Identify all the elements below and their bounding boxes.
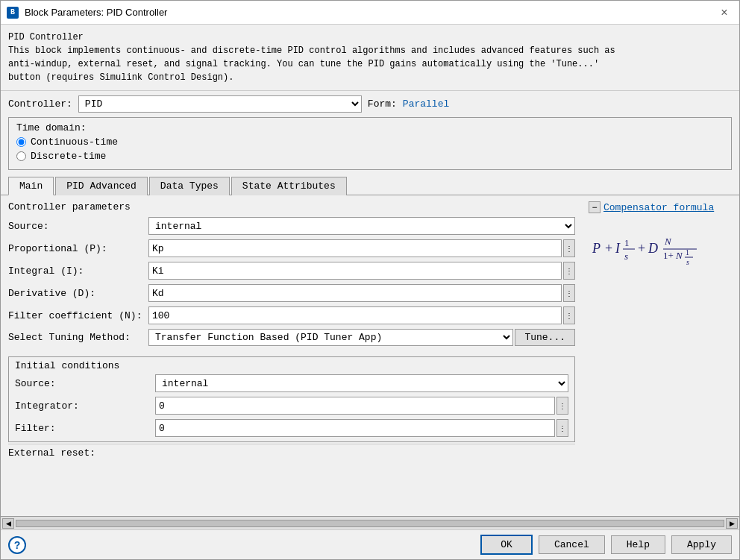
ic-filter-label: Filter: bbox=[15, 423, 149, 434]
tuning-select[interactable]: Transfer Function Based (PID Tuner App) bbox=[148, 329, 513, 346]
ic-source-label: Source: bbox=[15, 378, 149, 389]
svg-text:+: + bbox=[605, 241, 612, 256]
desc-line4: button (requires Simulink Control Design… bbox=[8, 71, 732, 84]
filter-menu-btn[interactable]: ⋮ bbox=[563, 306, 575, 324]
filter-label: Filter coefficient (N): bbox=[8, 310, 142, 321]
right-panel: − Compensator formula P + I 1 s + bbox=[583, 195, 739, 516]
tuning-label: Select Tuning Method: bbox=[8, 332, 142, 343]
window-title: Block Parameters: PID Controller bbox=[25, 7, 709, 18]
derivative-label: Derivative (D): bbox=[8, 288, 142, 299]
derivative-input[interactable] bbox=[148, 284, 562, 302]
compensator-link[interactable]: Compensator formula bbox=[603, 202, 714, 213]
ic-source-select[interactable]: internal bbox=[155, 374, 568, 392]
source-field: internal bbox=[148, 217, 575, 235]
svg-text:1: 1 bbox=[624, 237, 630, 248]
integral-field: ⋮ bbox=[148, 262, 575, 280]
horizontal-scrollbar: ◀ ▶ bbox=[1, 516, 739, 529]
cancel-button[interactable]: Cancel bbox=[539, 535, 605, 554]
help-circle-area: ? bbox=[8, 536, 26, 554]
source-row: Source: internal bbox=[8, 217, 575, 235]
integral-label: Integral (I): bbox=[8, 265, 142, 277]
form-value: Parallel bbox=[403, 98, 449, 110]
tab-pid-advanced[interactable]: PID Advanced bbox=[55, 177, 148, 195]
derivative-menu-btn[interactable]: ⋮ bbox=[563, 284, 575, 302]
block-name: PID Controller bbox=[8, 31, 732, 44]
app-icon: B bbox=[7, 7, 19, 19]
external-reset-area: External reset: bbox=[8, 444, 575, 459]
discrete-time-radio[interactable] bbox=[16, 151, 26, 161]
controller-row: Controller: PID Form: Parallel bbox=[1, 91, 739, 117]
ic-filter-input[interactable] bbox=[155, 419, 555, 437]
derivative-row: Derivative (D): ⋮ bbox=[8, 284, 575, 302]
ok-button[interactable]: OK bbox=[480, 535, 533, 555]
controller-label: Controller: bbox=[8, 98, 72, 110]
integral-row: Integral (I): ⋮ bbox=[8, 262, 575, 280]
tab-state-attributes[interactable]: State Attributes bbox=[231, 177, 347, 195]
external-reset-label: External reset: bbox=[8, 447, 95, 459]
continuous-time-radio[interactable] bbox=[16, 137, 26, 147]
integrator-input[interactable] bbox=[155, 397, 555, 415]
filter-field: ⋮ bbox=[148, 306, 575, 324]
svg-text:1: 1 bbox=[686, 248, 689, 257]
svg-text:P: P bbox=[592, 241, 601, 256]
collapse-button[interactable]: − bbox=[589, 201, 601, 213]
initial-conditions-box: Initial conditions Source: internal bbox=[8, 356, 575, 442]
svg-text:s: s bbox=[624, 251, 628, 262]
ic-filter-field: ⋮ bbox=[155, 419, 568, 437]
tuning-row: Select Tuning Method: Transfer Function … bbox=[8, 329, 575, 346]
proportional-field: ⋮ bbox=[148, 239, 575, 257]
bottom-bar: ? OK Cancel Help Apply bbox=[1, 529, 739, 559]
integrator-field: ⋮ bbox=[155, 397, 568, 415]
ic-source-field: internal bbox=[155, 374, 568, 392]
controller-select[interactable]: PID bbox=[78, 95, 362, 113]
proportional-menu-btn[interactable]: ⋮ bbox=[563, 239, 575, 257]
tabs-bar: Main PID Advanced Data Types State Attri… bbox=[1, 176, 739, 195]
continuous-time-label: Continuous-time bbox=[31, 136, 118, 148]
integral-menu-btn[interactable]: ⋮ bbox=[563, 262, 575, 280]
filter-input[interactable] bbox=[148, 306, 562, 324]
form-label: Form: bbox=[368, 98, 397, 110]
title-bar: B Block Parameters: PID Controller × bbox=[1, 1, 739, 25]
scroll-right-button[interactable]: ▶ bbox=[726, 518, 738, 529]
discrete-time-label: Discrete-time bbox=[31, 151, 106, 162]
continuous-time-row: Continuous-time bbox=[16, 136, 724, 148]
svg-text:1+: 1+ bbox=[663, 250, 674, 261]
tab-main[interactable]: Main bbox=[8, 177, 54, 195]
ic-filter-row: Filter: ⋮ bbox=[15, 419, 568, 437]
tab-data-types[interactable]: Data Types bbox=[149, 177, 230, 195]
controller-params-section: Controller parameters Source: internal P… bbox=[8, 201, 575, 350]
tune-button[interactable]: Tune... bbox=[515, 329, 575, 346]
time-domain-label: Time domain: bbox=[16, 122, 724, 133]
source-select[interactable]: internal bbox=[148, 217, 575, 235]
integrator-row: Integrator: ⋮ bbox=[15, 397, 568, 415]
apply-button[interactable]: Apply bbox=[671, 535, 732, 554]
formula-display: P + I 1 s + D N 1+ bbox=[589, 219, 723, 279]
desc-line3: anti-windup, external reset, and signal … bbox=[8, 57, 732, 71]
discrete-time-row: Discrete-time bbox=[16, 151, 724, 162]
left-panel: Controller parameters Source: internal P… bbox=[1, 195, 583, 516]
scroll-left-button[interactable]: ◀ bbox=[2, 518, 14, 529]
integrator-menu-btn[interactable]: ⋮ bbox=[556, 397, 568, 415]
integral-input[interactable] bbox=[148, 262, 562, 280]
initial-conditions-section: Initial conditions Source: internal bbox=[8, 356, 575, 442]
svg-text:N: N bbox=[664, 236, 672, 247]
help-button[interactable]: Help bbox=[611, 535, 665, 554]
time-domain-box: Time domain: Continuous-time Discrete-ti… bbox=[8, 117, 732, 170]
svg-text:+: + bbox=[638, 241, 645, 256]
derivative-field: ⋮ bbox=[148, 284, 575, 302]
initial-conditions-title: Initial conditions bbox=[15, 360, 568, 371]
main-window: B Block Parameters: PID Controller × PID… bbox=[0, 0, 740, 560]
scroll-track[interactable] bbox=[16, 520, 724, 527]
close-button[interactable]: × bbox=[715, 4, 733, 22]
description-area: PID Controller This block implements con… bbox=[1, 25, 739, 91]
proportional-label: Proportional (P): bbox=[8, 243, 142, 254]
proportional-input[interactable] bbox=[148, 239, 562, 257]
svg-text:s: s bbox=[686, 258, 689, 266]
source-label: Source: bbox=[8, 221, 142, 232]
svg-text:D: D bbox=[648, 241, 658, 256]
ic-source-row: Source: internal bbox=[15, 374, 568, 392]
help-icon-button[interactable]: ? bbox=[8, 536, 26, 554]
ic-filter-menu-btn[interactable]: ⋮ bbox=[556, 419, 568, 437]
svg-text:I: I bbox=[615, 241, 621, 256]
tuning-field: Transfer Function Based (PID Tuner App) … bbox=[148, 329, 575, 346]
